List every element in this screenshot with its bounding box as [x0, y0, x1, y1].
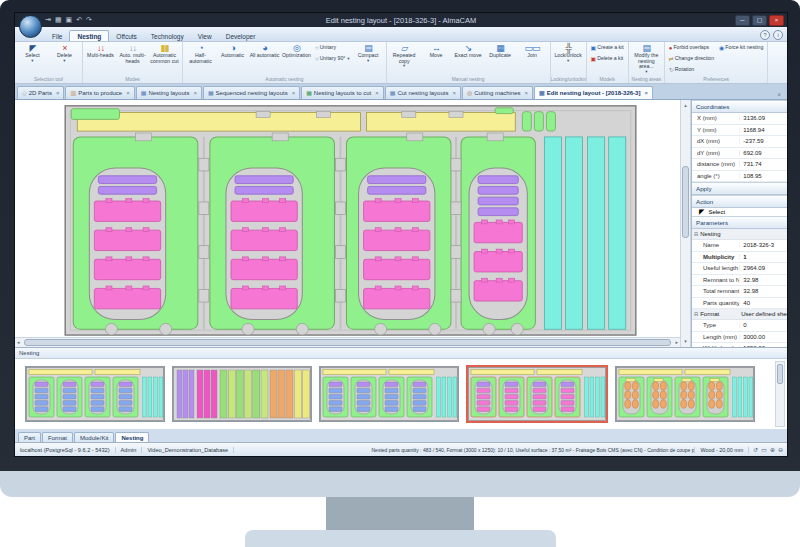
fit-view-icon[interactable]: ▭	[761, 446, 767, 453]
scroll-left-icon[interactable]: ◂	[15, 338, 22, 347]
exact-move-button[interactable]: ↘Exact move	[453, 43, 484, 59]
zoom-out-icon[interactable]: ⊖	[778, 446, 783, 453]
thumbnails-scroll-thumb[interactable]	[777, 364, 783, 384]
param-row-useful-length-mm[interactable]: Useful length (mm)2964.09	[692, 263, 787, 275]
help-icon[interactable]: ?	[760, 30, 770, 40]
redo-icon[interactable]: ↷	[86, 15, 92, 25]
parameters-section-header[interactable]: Parameters	[692, 216, 787, 229]
modify-the-nesting-area-button[interactable]: ▤Modify the nesting area...▾	[631, 43, 662, 74]
menu-tab-developer[interactable]: Developer	[219, 31, 263, 41]
menu-tab-nesting[interactable]: Nesting	[69, 30, 109, 41]
close-tab-icon[interactable]: ×	[292, 90, 296, 96]
unitary-button[interactable]: ○Unitary	[313, 43, 352, 53]
forbid-overlaps-button[interactable]: ●Forbid overlaps	[667, 43, 716, 53]
param-row-multiplicity[interactable]: Multiplicity1	[692, 252, 787, 264]
auto-multi-heads-button[interactable]: ↓↓Auto. multi-heads	[117, 43, 148, 64]
menu-tab-technology[interactable]: Technology	[144, 31, 191, 41]
coordinate-row-x-mm[interactable]: X (mm)3136.09	[692, 113, 787, 125]
automatic-common-cut-button[interactable]: ▮▮Automatic common cut	[149, 43, 180, 64]
move-button[interactable]: ↔Move	[421, 43, 452, 59]
doc-tab-nesting-layouts-to-cut[interactable]: ▦Nesting layouts to cut×	[301, 86, 384, 99]
lock-unlock-button[interactable]: ╬Lock/unlock▾	[553, 43, 584, 63]
menu-tab-file[interactable]: File	[45, 31, 69, 41]
param-group-nesting[interactable]: ⊟Nesting	[692, 229, 787, 240]
param-group-format[interactable]: ⊟FormatUser defined sheets	[692, 309, 787, 320]
all-automatic-button[interactable]: ◕All automatic	[249, 43, 280, 59]
canvas-vertical-scrollbar[interactable]: ▴ ▾	[680, 100, 691, 347]
delete-button[interactable]: ×Delete▾	[49, 43, 80, 63]
change-direction-button[interactable]: ⇄Change direction	[667, 54, 716, 64]
doc-tab-sequenced-nesting-layouts[interactable]: ▦Sequenced nesting layouts×	[203, 86, 300, 99]
param-row-length-mm[interactable]: Length (mm)3000.00	[692, 332, 787, 344]
automatic-button[interactable]: ◑Automatic	[217, 43, 248, 59]
close-tab-icon[interactable]: ×	[452, 90, 456, 96]
scroll-up-icon[interactable]: ▴	[684, 100, 687, 111]
create-a-kit-button[interactable]: ▣Create a kit	[589, 43, 626, 53]
close-tab-icon[interactable]: ×	[126, 90, 130, 96]
coordinate-row-distance-mm[interactable]: distance (mm)731.74	[692, 159, 787, 171]
optimization-button[interactable]: ◎Optimization	[281, 43, 312, 59]
rotation-button[interactable]: ↻Rotation	[667, 65, 716, 75]
close-button[interactable]: ×	[769, 15, 784, 26]
canvas-horizontal-scrollbar[interactable]: ◂ ▸	[15, 337, 680, 347]
coordinate-row-dy-mm[interactable]: dY (mm)692.09	[692, 148, 787, 160]
doc-tab-parts-to-produce[interactable]: ▥Parts to produce×	[65, 86, 134, 99]
coordinate-row-dx-mm[interactable]: dX (mm)-237.59	[692, 136, 787, 148]
zoom-in-icon[interactable]: ⊕	[770, 446, 775, 453]
close-tab-icon[interactable]: ×	[525, 90, 529, 96]
minimize-button[interactable]: ─	[735, 15, 750, 26]
doc-tab-nesting-layouts[interactable]: ▦Nesting layouts×	[136, 86, 202, 99]
nesting-thumbnail-3[interactable]	[319, 366, 459, 422]
bottom-tab-nesting[interactable]: Nesting	[115, 432, 149, 442]
param-row-parts-quantity[interactable]: Parts quantity40	[692, 298, 787, 310]
collapse-group-icon[interactable]: ⊟	[694, 312, 698, 317]
undo-icon[interactable]: ↶	[76, 15, 82, 25]
action-section-header[interactable]: Action	[692, 195, 787, 208]
bottom-tab-module-kit[interactable]: Module/Kit	[74, 432, 114, 442]
compact-button[interactable]: ▤Compact▾	[353, 43, 384, 63]
coordinates-section-header[interactable]: Coordinates	[692, 100, 787, 113]
save-icon[interactable]: ▣	[66, 15, 73, 25]
collapse-group-icon[interactable]: ⊟	[694, 232, 698, 237]
select-action[interactable]: ◤ Select	[692, 208, 787, 216]
force-kit-nesting-button[interactable]: ◉Force kit nesting	[717, 43, 765, 53]
close-tab-icon[interactable]: ×	[375, 90, 379, 96]
grid-icon[interactable]: ▦	[55, 15, 62, 25]
close-all-tabs-icon[interactable]: ×	[773, 91, 785, 99]
menu-tab-offcuts[interactable]: Offcuts	[109, 31, 143, 41]
bottom-tab-part[interactable]: Part	[18, 432, 41, 442]
doc-tab-2d-parts[interactable]: ◇2D Parts×	[17, 86, 64, 99]
doc-tab-cutting-machines[interactable]: ◎Cutting machines×	[462, 86, 533, 99]
nesting-canvas[interactable]	[15, 100, 680, 337]
coordinate-row-y-mm[interactable]: Y (mm)1168.94	[692, 125, 787, 137]
repeated-copy-button[interactable]: ▱Repeated copy▾	[389, 43, 420, 68]
import-icon[interactable]: ⇥	[45, 15, 51, 25]
scroll-down-icon[interactable]: ▾	[684, 336, 687, 347]
duplicate-button[interactable]: ▦Duplicate	[485, 43, 516, 59]
nesting-thumbnail-2[interactable]	[172, 366, 312, 422]
horizontal-scroll-thumb[interactable]	[24, 339, 672, 346]
nesting-thumbnail-1[interactable]	[25, 366, 165, 422]
multi-heads-button[interactable]: ↓↓Multi-heads	[85, 43, 116, 59]
param-row-name[interactable]: Name2018-326-3	[692, 240, 787, 252]
maximize-button[interactable]: ▢	[752, 15, 767, 26]
refresh-view-icon[interactable]: ↺	[753, 446, 758, 453]
param-row-remnant-to-nest[interactable]: Remnant to Nest32.98	[692, 275, 787, 287]
delete-a-kit-button[interactable]: ▣Delete a kit	[589, 54, 626, 64]
menu-tab-view[interactable]: View	[191, 31, 219, 41]
close-tab-icon[interactable]: ×	[644, 90, 648, 96]
coordinate-row-angle[interactable]: angle (°)108.95	[692, 171, 787, 183]
half-automatic-button[interactable]: ◔Half-automatic	[185, 43, 216, 64]
unitary-90-button[interactable]: ○Unitary 90°▾	[313, 54, 352, 64]
thumbnails-scrollbar[interactable]	[775, 361, 785, 427]
select-button[interactable]: ◤Select▾	[17, 43, 48, 63]
nesting-thumbnail-4[interactable]	[466, 365, 608, 423]
bottom-tab-format[interactable]: Format	[42, 432, 73, 442]
vertical-scroll-thumb[interactable]	[682, 166, 689, 238]
param-row-type[interactable]: Type0	[692, 320, 787, 332]
nesting-thumbnail-5[interactable]	[615, 366, 755, 422]
scroll-right-icon[interactable]: ▸	[673, 338, 680, 347]
param-row-total-remnant-rate[interactable]: Total remnant rate32.98	[692, 286, 787, 298]
close-tab-icon[interactable]: ×	[193, 90, 197, 96]
join-button[interactable]: ▭▭Join	[517, 43, 548, 59]
